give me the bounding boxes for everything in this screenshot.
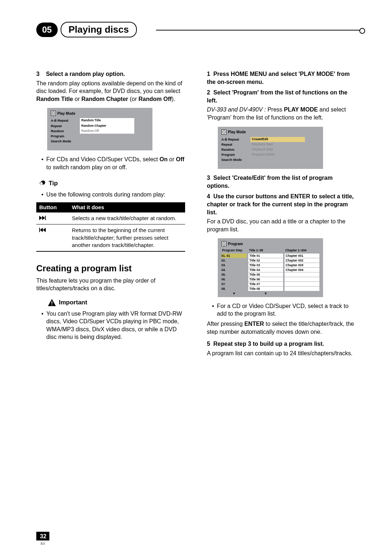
button-col-header: Button <box>36 202 69 212</box>
tip-heading: Tip <box>36 178 185 189</box>
svg-marker-8 <box>43 228 46 232</box>
next-track-icon <box>36 212 69 224</box>
chapter-title: Playing discs <box>69 24 129 35</box>
warning-icon <box>47 298 57 308</box>
disc-icon <box>221 241 226 246</box>
osd-header: Play Mode <box>51 111 149 116</box>
chapter-header: 05 Playing discs <box>36 22 356 37</box>
prev-track-desc: Returns to the beginning of the current … <box>69 224 185 251</box>
svg-marker-7 <box>40 228 43 232</box>
down-arrow-icon: ▼ <box>248 291 283 295</box>
svg-point-13 <box>224 132 224 133</box>
left-column: 3 Select a random play option. The rando… <box>36 70 185 358</box>
svg-point-15 <box>224 243 224 244</box>
step3-body: The random play options available depend… <box>36 80 185 103</box>
chapter-number-badge: 05 <box>36 23 58 37</box>
svg-marker-3 <box>39 216 42 220</box>
important-heading: Important <box>47 298 185 308</box>
disc-icon <box>51 111 56 116</box>
step3-heading: 3 Select a random play option. <box>36 70 185 78</box>
chapter-title-pill: Playing discs <box>61 22 137 37</box>
controls-table: Button What it does Selects a new track/… <box>36 202 185 252</box>
svg-point-2 <box>40 182 43 185</box>
step1-heading: 1 Press HOME MENU and select 'PLAY MODE'… <box>207 70 356 86</box>
svg-marker-4 <box>42 216 45 220</box>
header-rule <box>156 30 363 31</box>
what-col-header: What it does <box>69 202 185 212</box>
svg-point-1 <box>53 113 54 114</box>
step4-body: For a DVD disc, you can add a title or a… <box>207 218 356 233</box>
prev-track-icon <box>36 224 69 251</box>
after-enter: After pressing ENTER to select the title… <box>207 320 356 336</box>
cd-random-bullet: For CDs and Video CD/Super VCDs, select … <box>41 155 185 171</box>
tip-body: Use the following controls during random… <box>41 191 185 199</box>
gear-icon <box>36 178 46 189</box>
step2-heading: 2 Select 'Program' from the list of func… <box>207 89 356 104</box>
right-column: 1 Press HOME MENU and select 'PLAY MODE'… <box>207 70 356 358</box>
step5-heading: 5 Repeat step 3 to build up a program li… <box>207 340 356 348</box>
next-track-desc: Selects a new track/title/chapter at ran… <box>69 212 185 224</box>
page-lang: En <box>36 542 49 546</box>
creating-program-list-heading: Creating a program list <box>36 263 185 274</box>
important-body: You can't use Program play with VR forma… <box>41 310 185 341</box>
down-arrow-icon: ▼ <box>221 291 247 295</box>
svg-rect-10 <box>52 301 52 304</box>
step5-body: A program list can contain up to 24 titl… <box>207 349 356 357</box>
svg-rect-6 <box>39 228 40 232</box>
svg-rect-11 <box>52 304 52 305</box>
step2-note: DV-393 and DV-490V : Press PLAY MODE and… <box>207 106 356 121</box>
cd-program-bullet: For a CD or Video CD/Super VCD, select a… <box>212 302 356 318</box>
osd-header-2: Play Mode <box>221 130 319 135</box>
play-mode-osd-program: Play Mode A-B RepeatCreate/Edit RepeatPl… <box>218 127 323 169</box>
creating-body: This feature lets you program the play o… <box>36 277 185 292</box>
disc-icon <box>221 130 226 135</box>
step4-heading: 4 Use the cursor buttons and ENTER to se… <box>207 193 356 216</box>
program-osd: Program Program Step 01. 01 02. 03. 04. … <box>218 238 323 297</box>
page-number: 32 <box>36 532 49 540</box>
step3-heading-r: 3 Select 'Create/Edit' from the list of … <box>207 174 356 190</box>
play-mode-osd-random: Play Mode A-B RepeatRandom Title RepeatR… <box>47 108 152 150</box>
svg-rect-5 <box>45 216 46 220</box>
